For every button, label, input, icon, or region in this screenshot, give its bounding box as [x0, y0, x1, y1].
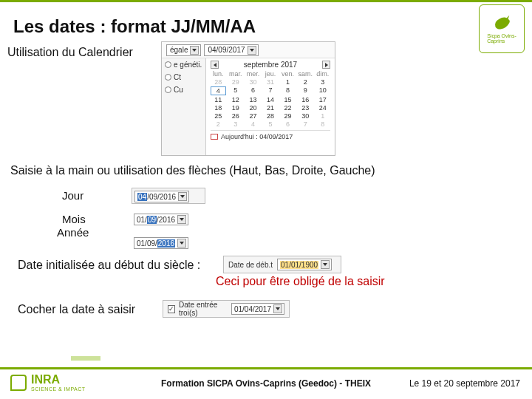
calendar-day[interactable]: 15 — [280, 96, 296, 103]
init-field-label: Date de déb.t — [228, 261, 273, 269]
calendar-day[interactable]: 23 — [298, 104, 313, 112]
calendar-day[interactable]: 11 — [211, 96, 226, 103]
calendar-day[interactable]: 6 — [245, 86, 261, 95]
calendar-day[interactable]: 16 — [298, 96, 313, 103]
datefield-jour-frag: 04/09/2016 — [132, 188, 205, 204]
radio-icon — [165, 86, 171, 93]
top-green-bar — [0, 0, 532, 2]
calendar-day[interactable]: 8 — [315, 120, 330, 128]
label-ceci: Ceci pour être obligé de la saisir — [216, 275, 385, 288]
label-annee: Année — [57, 226, 89, 239]
day-header: sam. — [298, 70, 313, 78]
today-marker-icon — [211, 134, 218, 140]
chevron-down-icon — [177, 239, 186, 248]
decorative-block — [71, 356, 100, 361]
calendar-left-options: e généti.CtCu — [162, 58, 206, 155]
calendar-day[interactable]: 18 — [211, 104, 226, 112]
operator-combo[interactable]: égale — [166, 44, 201, 56]
today-label[interactable]: Aujourd'hui : 04/09/2017 — [221, 133, 293, 140]
cocher-field-label: Date entrée troi(s) — [179, 301, 228, 317]
calendar-day[interactable]: 2 — [298, 78, 313, 86]
calendar-day[interactable]: 7 — [298, 120, 313, 128]
radio-icon — [165, 74, 171, 81]
mois-selected: 09 — [147, 216, 157, 224]
date-combo[interactable]: 04/09/2017 — [204, 44, 258, 56]
calendar-day[interactable]: 4 — [211, 86, 226, 95]
next-month-button[interactable] — [322, 61, 330, 69]
calendar-day[interactable]: 12 — [228, 96, 244, 103]
date-input-init[interactable]: 01/01/1900 — [277, 259, 332, 270]
calendar-day[interactable]: 17 — [315, 96, 330, 103]
mois-post: /2016 — [157, 216, 175, 224]
calendar-day[interactable]: 8 — [280, 86, 296, 95]
radio-label: Cu — [174, 86, 183, 94]
calendar-day[interactable]: 25 — [211, 112, 226, 120]
slide-title: Les dates : format JJ/MM/AA — [13, 16, 256, 37]
calendar-day[interactable]: 19 — [228, 104, 244, 112]
calendar-day[interactable]: 1 — [315, 112, 330, 120]
radio-option[interactable]: Ct — [162, 71, 205, 83]
prev-month-button[interactable] — [211, 61, 219, 69]
calendar-day[interactable]: 22 — [280, 104, 296, 112]
calendar-day[interactable]: 5 — [228, 86, 244, 95]
operator-combo-label: égale — [170, 46, 188, 54]
sicpa-logo-badge: Sicpa Ovins-Caprins — [479, 4, 525, 53]
calendar-day[interactable]: 30 — [298, 112, 313, 120]
radio-label: Ct — [174, 73, 181, 81]
datefield-annee-frag: 01/09/2016 — [132, 235, 205, 251]
calendar-grid[interactable]: lun.mar.mer.jeu.ven.sam.dim.282930311234… — [211, 70, 330, 128]
label-cocher: Cocher la date à saisir — [18, 303, 135, 316]
calendar-day[interactable]: 5 — [263, 120, 279, 128]
calendar-day[interactable]: 28 — [211, 78, 226, 86]
jour-rest: /09/2016 — [147, 193, 176, 201]
day-header: dim. — [315, 70, 330, 78]
init-field-frag: Date de déb.t 01/01/1900 — [223, 256, 341, 273]
calendar-day[interactable]: 30 — [245, 78, 261, 86]
calendar-day[interactable]: 24 — [315, 104, 330, 112]
calendar-day[interactable]: 3 — [315, 78, 330, 86]
calendar-day[interactable]: 1 — [280, 78, 296, 86]
date-input-entree[interactable]: 01/04/2017 — [231, 303, 284, 315]
calendar-day[interactable]: 2 — [211, 120, 226, 128]
goat-icon — [491, 14, 512, 32]
calendar-day[interactable]: 4 — [245, 120, 261, 128]
calendar-day[interactable]: 3 — [228, 120, 244, 128]
date-input-annee[interactable]: 01/09/2016 — [134, 237, 188, 249]
calendar-day[interactable]: 6 — [280, 120, 296, 128]
calendar-day[interactable]: 27 — [245, 112, 261, 120]
calendar-day[interactable]: 14 — [263, 96, 279, 103]
annee-selected: 2016 — [157, 239, 175, 248]
calendar-day[interactable]: 9 — [298, 86, 313, 95]
checkbox-date-entree[interactable]: ✓ — [168, 305, 175, 313]
calendar-day[interactable]: 21 — [263, 104, 279, 112]
radio-option[interactable]: e généti. — [162, 58, 205, 71]
calendar-day[interactable]: 29 — [228, 78, 244, 86]
chevron-down-icon — [178, 192, 187, 201]
chevron-down-icon — [321, 260, 330, 269]
calendar-day[interactable]: 20 — [245, 104, 261, 112]
date-combo-value: 04/09/2017 — [208, 46, 245, 54]
calendar-popup: septembre 2017 lun.mar.mer.jeu.ven.sam.d… — [206, 58, 335, 155]
radio-option[interactable]: Cu — [162, 83, 205, 96]
mois-pre: 01/ — [137, 216, 147, 224]
annee-pre: 01/09/ — [137, 239, 157, 248]
chevron-down-icon — [177, 215, 186, 224]
calendar-day[interactable]: 28 — [263, 112, 279, 120]
day-header: mar. — [228, 70, 244, 78]
calendar-day[interactable]: 29 — [280, 112, 296, 120]
chevron-down-icon — [190, 46, 199, 55]
date-input-jour[interactable]: 04/09/2016 — [134, 191, 189, 202]
calendar-day[interactable]: 31 — [263, 78, 279, 86]
day-header: jeu. — [263, 70, 279, 78]
radio-icon — [165, 61, 171, 68]
calendar-day[interactable]: 10 — [315, 86, 330, 95]
footer-right: Le 19 et 20 septembre 2017 — [409, 378, 520, 389]
calendar-day[interactable]: 13 — [245, 96, 261, 103]
label-jour: Jour — [62, 189, 83, 202]
label-utilisation: Utilisation du Calendrier — [7, 46, 133, 59]
calendar-day[interactable]: 7 — [263, 86, 279, 95]
calendar-day[interactable]: 26 — [228, 112, 244, 120]
day-header: lun. — [211, 70, 226, 78]
date-input-mois[interactable]: 01/09/2016 — [134, 214, 188, 225]
day-header: mer. — [245, 70, 261, 78]
